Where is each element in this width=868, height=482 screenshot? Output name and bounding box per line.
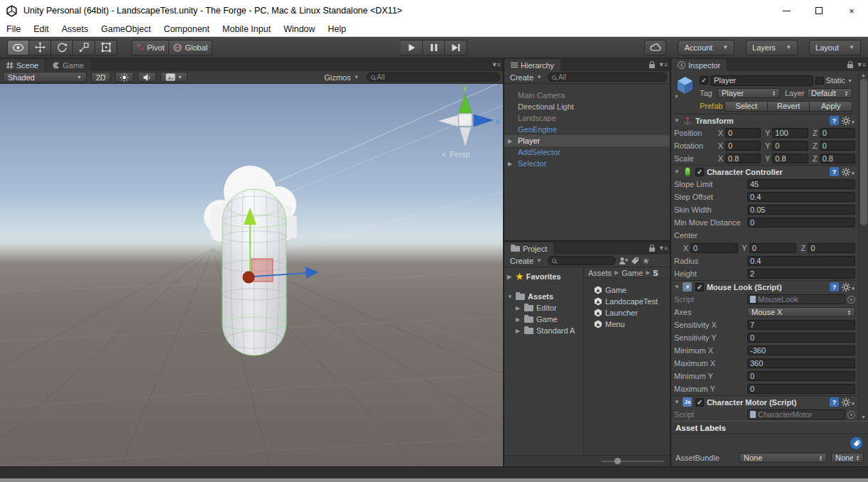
scale-x-field[interactable]: 0.8 xyxy=(725,154,761,164)
panel-menu-icon[interactable]: ▼≡ xyxy=(492,61,500,68)
hierarchy-item-player[interactable]: ▶Player xyxy=(504,135,670,146)
help-icon[interactable]: ? xyxy=(830,282,839,291)
prefab-select-button[interactable]: Select xyxy=(725,101,768,112)
project-search-input[interactable] xyxy=(548,256,616,265)
script-reference-field[interactable]: MouseLook xyxy=(747,294,845,304)
maximize-button[interactable] xyxy=(803,0,835,21)
tree-game[interactable]: ▶Game xyxy=(504,314,583,325)
inspector-scrollbar[interactable]: ▲ ▼ xyxy=(858,71,868,421)
center-y-field[interactable]: 0 xyxy=(749,243,797,253)
rect-tool-button[interactable] xyxy=(95,40,117,55)
rotate-tool-button[interactable] xyxy=(51,40,73,55)
pause-button[interactable] xyxy=(423,40,445,55)
character-controller-header[interactable]: ▼ ✓ Character Controller ? ▼ xyxy=(671,165,858,178)
step-button[interactable] xyxy=(445,40,467,55)
asset-file-launcher[interactable]: Launcher xyxy=(584,307,670,318)
project-create-dropdown[interactable]: Create▼ xyxy=(507,257,545,265)
component-enabled-checkbox[interactable]: ✓ xyxy=(695,398,704,407)
scale-z-field[interactable]: 0.8 xyxy=(820,154,855,164)
slope-limit-field[interactable]: 45 xyxy=(747,179,855,189)
position-x-field[interactable]: 0 xyxy=(725,128,761,138)
radius-field[interactable]: 0.4 xyxy=(747,256,855,266)
scene-search-input[interactable]: All xyxy=(367,73,500,82)
chevron-down-icon[interactable]: ▼ xyxy=(674,94,679,99)
foldout-arrow-icon[interactable]: ▼ xyxy=(674,399,680,405)
foldout-arrow-icon[interactable]: ▼ xyxy=(507,294,513,300)
effects-dropdown[interactable]: ▼ xyxy=(161,72,188,82)
static-checkbox[interactable] xyxy=(815,77,824,85)
position-y-field[interactable]: 100 xyxy=(772,128,808,138)
gear-icon[interactable]: ▼ xyxy=(842,117,855,125)
scale-y-field[interactable]: 0.8 xyxy=(772,154,808,164)
rotation-z-field[interactable]: 0 xyxy=(820,141,855,151)
tab-inspector[interactable]: i Inspector xyxy=(671,59,727,71)
scroll-up-icon[interactable]: ▲ xyxy=(861,73,866,77)
play-button[interactable] xyxy=(401,40,423,55)
audio-toggle-button[interactable] xyxy=(138,72,156,82)
maximum-y-field[interactable]: 0 xyxy=(747,384,855,394)
lock-icon[interactable] xyxy=(649,247,655,252)
menu-window[interactable]: Window xyxy=(277,21,321,36)
layout-dropdown[interactable]: Layout▼ xyxy=(809,40,861,55)
gizmo-plane-handle[interactable] xyxy=(251,259,273,282)
assetbundle-variant-dropdown[interactable]: None▲▼ xyxy=(831,453,864,463)
gameobject-name-field[interactable] xyxy=(710,75,813,86)
icon-size-slider[interactable] xyxy=(602,461,664,462)
menu-gameobject[interactable]: GameObject xyxy=(94,21,157,36)
height-field[interactable]: 2 xyxy=(747,269,855,279)
menu-file[interactable]: File xyxy=(0,21,27,36)
slider-knob[interactable] xyxy=(614,458,621,464)
minimize-button[interactable] xyxy=(770,0,803,21)
menu-help[interactable]: Help xyxy=(322,21,353,36)
center-x-field[interactable]: 0 xyxy=(690,243,738,253)
foldout-arrow-icon[interactable]: ▶ xyxy=(508,161,512,167)
tree-standard-assets[interactable]: ▶Standard A xyxy=(504,325,583,336)
panel-menu-icon[interactable]: ▼≡ xyxy=(857,61,865,68)
hierarchy-item-addselector[interactable]: AddSelector xyxy=(504,146,670,158)
mouse-look-header[interactable]: ▼ # ✓ Mouse Look (Script) ? ▼ xyxy=(671,280,858,293)
min-move-distance-field[interactable]: 0 xyxy=(747,218,855,227)
hierarchy-item-geoengine[interactable]: GeoEngine xyxy=(504,124,670,135)
close-button[interactable]: × xyxy=(835,0,868,21)
layer-dropdown[interactable]: Default▲▼ xyxy=(807,88,852,98)
axes-dropdown[interactable]: Mouse X▲▼ xyxy=(747,307,855,317)
asset-file-menu[interactable]: Menu xyxy=(584,318,670,330)
help-icon[interactable]: ? xyxy=(830,116,839,125)
rotation-x-field[interactable]: 0 xyxy=(725,141,761,151)
active-checkbox[interactable]: ✓ xyxy=(700,76,708,85)
component-enabled-checkbox[interactable]: ✓ xyxy=(695,168,704,176)
gizmo-x-sphere[interactable] xyxy=(243,272,254,283)
foldout-arrow-icon[interactable]: ▶ xyxy=(507,274,513,280)
2d-toggle-button[interactable]: 2D xyxy=(91,72,111,82)
foldout-arrow-icon[interactable]: ▶ xyxy=(516,328,521,334)
gear-icon[interactable]: ▼ xyxy=(842,283,855,291)
shading-mode-dropdown[interactable]: Shaded▼ xyxy=(3,72,87,82)
hierarchy-item-main-camera[interactable]: Main Camera xyxy=(504,90,670,101)
tree-favorites[interactable]: ▶★Favorites xyxy=(504,271,583,282)
scale-tool-button[interactable] xyxy=(73,40,95,55)
step-offset-field[interactable]: 0.4 xyxy=(747,192,855,202)
help-icon[interactable]: ? xyxy=(830,397,839,407)
layers-dropdown[interactable]: Layers▼ xyxy=(746,40,798,55)
scene-viewport[interactable]: y z < Persp xyxy=(0,84,503,466)
minimum-x-field[interactable]: -360 xyxy=(747,346,855,355)
minimum-y-field[interactable]: 0 xyxy=(747,371,855,381)
breadcrumb-assets[interactable]: Assets xyxy=(588,269,612,277)
script-reference-field[interactable]: CharacterMotor xyxy=(747,409,845,419)
gear-icon[interactable]: ▼ xyxy=(842,398,855,407)
prefab-revert-button[interactable]: Revert xyxy=(768,101,810,112)
lock-icon[interactable] xyxy=(847,64,853,68)
favorites-star-icon[interactable]: ★ xyxy=(642,256,650,266)
sensitivity-x-field[interactable]: 7 xyxy=(747,320,855,330)
tab-project[interactable]: Project xyxy=(504,242,553,255)
cloud-button[interactable] xyxy=(644,40,666,55)
gizmos-dropdown[interactable]: Gizmos▼ xyxy=(321,73,362,82)
menu-edit[interactable]: Edit xyxy=(27,21,55,36)
lock-icon[interactable] xyxy=(649,64,655,68)
character-motor-header[interactable]: ▼ Js ✓ Character Motor (Script) ? ▼ xyxy=(671,395,858,408)
foldout-arrow-icon[interactable]: ▶ xyxy=(516,316,521,323)
scroll-down-icon[interactable]: ▼ xyxy=(861,414,866,419)
help-icon[interactable]: ? xyxy=(830,167,839,176)
scrollbar-thumb[interactable] xyxy=(860,79,867,225)
gear-icon[interactable]: ▼ xyxy=(842,168,855,176)
